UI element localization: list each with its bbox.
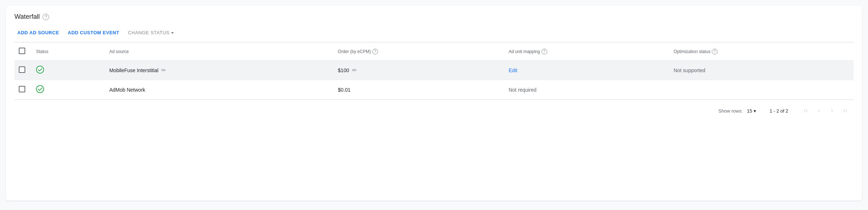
row2-checkbox-cell <box>14 80 32 100</box>
row2-ad-source-cell: AdMob Network <box>105 80 334 100</box>
row2-checkbox[interactable] <box>19 86 25 92</box>
last-page-icon <box>842 108 848 114</box>
table-footer: Show rows: 15 ▾ 1 - 2 of 2 <box>14 100 854 122</box>
row2-order-value: $0.01 <box>338 87 351 93</box>
table-row: AdMob Network $0.01 Not required <box>14 80 854 100</box>
main-container: Waterfall ? ADD AD SOURCE ADD CUSTOM EVE… <box>6 6 862 201</box>
order-help-icon[interactable]: ? <box>372 49 378 54</box>
header-ad-unit-mapping: Ad unit mapping ? <box>504 43 669 61</box>
mapping-help-icon[interactable]: ? <box>542 49 547 54</box>
row1-optimization-value: Not supported <box>674 67 705 73</box>
row1-optimization-cell: Not supported <box>669 61 854 80</box>
row1-source-edit-icon[interactable]: ✏ <box>161 67 166 74</box>
row1-ad-source-cell: MobileFuse Interstitial ✏ <box>105 61 334 80</box>
toolbar: ADD AD SOURCE ADD CUSTOM EVENT CHANGE ST… <box>14 28 854 43</box>
row1-status-cell <box>32 61 105 80</box>
first-page-button <box>800 105 812 117</box>
row1-order-edit-icon[interactable]: ✏ <box>352 67 357 74</box>
row1-mapping-cell: Edit <box>504 61 669 80</box>
waterfall-table: Status Ad source Order (by eCPM) ? Ad un… <box>14 43 854 100</box>
row2-mapping-value: Not required <box>509 87 536 93</box>
row2-mapping-cell: Not required <box>504 80 669 100</box>
change-status-button: CHANGE STATUS <box>125 28 177 38</box>
table-body: MobileFuse Interstitial ✏ $100 ✏ Edit No… <box>14 61 854 100</box>
row1-order-value: $100 <box>338 67 349 73</box>
page-title: Waterfall <box>14 13 40 21</box>
header-status: Status <box>32 43 105 61</box>
rows-per-page-select[interactable]: 15 ▾ <box>746 108 758 114</box>
last-page-button <box>839 105 851 117</box>
row1-mapping-edit-link[interactable]: Edit <box>509 67 517 73</box>
next-page-button <box>826 105 838 117</box>
rows-per-page-value: 15 <box>747 108 752 114</box>
table-row: MobileFuse Interstitial ✏ $100 ✏ Edit No… <box>14 61 854 80</box>
rows-select-chevron-icon: ▾ <box>754 108 756 114</box>
add-ad-source-button[interactable]: ADD AD SOURCE <box>14 28 62 38</box>
show-rows-label: Show rows: <box>718 108 742 114</box>
chevron-down-icon <box>171 32 174 34</box>
row1-ad-source-name: MobileFuse Interstitial <box>109 67 158 73</box>
optimization-help-icon[interactable]: ? <box>712 49 718 54</box>
header-ad-source: Ad source <box>105 43 334 61</box>
prev-page-icon <box>816 108 822 114</box>
row1-order-cell: $100 ✏ <box>334 61 504 80</box>
change-status-label: CHANGE STATUS <box>128 30 170 35</box>
row2-status-cell <box>32 80 105 100</box>
header-order: Order (by eCPM) ? <box>334 43 504 61</box>
pagination-controls <box>800 105 851 117</box>
row2-order-cell: $0.01 <box>334 80 504 100</box>
title-row: Waterfall ? <box>14 13 854 21</box>
pagination-info: 1 - 2 of 2 <box>766 108 792 114</box>
header-checkbox-col <box>14 43 32 61</box>
header-optimization-status: Optimization status ? <box>669 43 854 61</box>
row1-checkbox[interactable] <box>19 66 25 73</box>
svg-point-1 <box>36 86 44 93</box>
title-help-icon[interactable]: ? <box>43 14 49 20</box>
add-custom-event-button[interactable]: ADD CUSTOM EVENT <box>65 28 122 38</box>
row2-optimization-cell <box>669 80 854 100</box>
show-rows-control: Show rows: 15 ▾ <box>718 108 758 114</box>
row1-checkbox-cell <box>14 61 32 80</box>
svg-point-0 <box>36 66 44 73</box>
select-all-checkbox[interactable] <box>19 48 25 54</box>
row1-status-icon <box>36 66 44 74</box>
row2-status-icon <box>36 85 44 93</box>
prev-page-button <box>813 105 825 117</box>
next-page-icon <box>829 108 835 114</box>
table-header: Status Ad source Order (by eCPM) ? Ad un… <box>14 43 854 61</box>
row2-ad-source-name: AdMob Network <box>109 87 145 93</box>
header-row: Status Ad source Order (by eCPM) ? Ad un… <box>14 43 854 61</box>
first-page-icon <box>803 108 809 114</box>
